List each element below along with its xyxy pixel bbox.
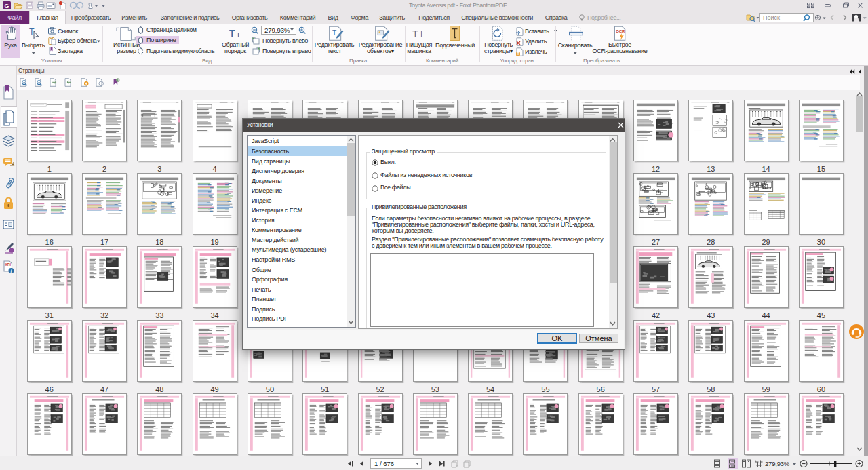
svg-text:G: G xyxy=(4,3,9,9)
svg-text:i: i xyxy=(11,269,12,273)
svg-text:XRI: XRI xyxy=(5,262,12,267)
svg-text:OCR: OCR xyxy=(616,29,625,33)
svg-text:T: T xyxy=(332,29,336,37)
svg-text:T: T xyxy=(412,28,418,39)
svg-text:Т: Т xyxy=(229,28,235,39)
svg-text:т: т xyxy=(237,30,241,38)
svg-text:I: I xyxy=(420,28,423,39)
svg-text:Поиск: Поиск xyxy=(763,14,780,21)
